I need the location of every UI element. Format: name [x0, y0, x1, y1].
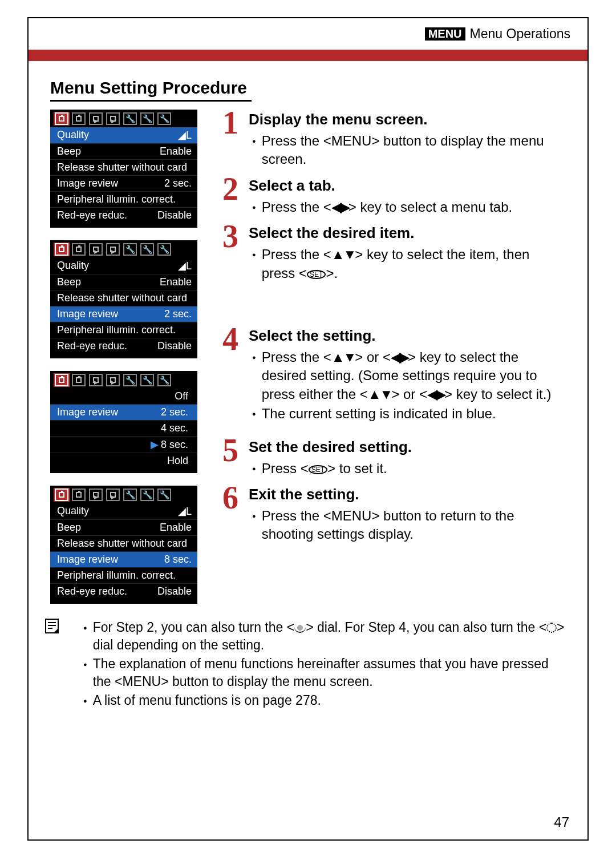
page-number: 47: [554, 814, 569, 830]
lcd-tab-play-1: [88, 243, 104, 256]
lcd-tab-shoot-1: [54, 112, 70, 126]
lcd-row-value: Enable: [160, 276, 192, 288]
lcd-menu-row: Red-eye reduc.Disable: [50, 208, 197, 223]
set-icon: SET: [307, 270, 326, 279]
lcd-tab-setup-3: 🔧: [156, 243, 172, 256]
step-1: 1 Display the menu screen. Press the <ME…: [222, 110, 566, 170]
header-title: MENU Menu Operations: [425, 26, 570, 42]
step-title: Select the desired item.: [249, 224, 566, 242]
lcd-tab-shoot-2: [71, 112, 87, 126]
lcd-row-label: Beep: [57, 146, 81, 158]
lcd-tab-play-1: [88, 373, 104, 387]
main-dial-icon: [294, 624, 306, 633]
lcd-menu-row: Peripheral illumin. correct.: [50, 322, 197, 338]
lcd-menu-row: Image review2 sec.: [50, 176, 197, 192]
step-number: 3: [222, 223, 245, 284]
lcd-tab-shoot-2: [71, 373, 87, 387]
lcd-tab-shoot-2: [71, 488, 87, 502]
lcd-tab-shoot-1: [54, 243, 70, 256]
lcd-tab-setup-2: 🔧: [139, 488, 155, 502]
lcd-option-value: Hold: [167, 455, 188, 467]
lcd-menu-row: BeepEnable: [50, 144, 197, 160]
lcd-tab-shoot-2: [71, 243, 87, 256]
section-title-box: Menu Setting Procedure: [50, 77, 252, 102]
lcd-tab-setup-1: 🔧: [122, 373, 138, 387]
step-bullet: Press the <◀▶> key to select a menu tab.: [252, 198, 566, 216]
lcd-tab-setup-2: 🔧: [139, 373, 155, 387]
lcd-tab-setup-1: 🔧: [122, 488, 138, 502]
left-right-icon: ◀▶: [331, 199, 348, 215]
lcd-tab-setup-3: 🔧: [156, 112, 172, 126]
lcd-row-value: 2 sec.: [164, 177, 192, 189]
left-right-icon: ◀▶: [427, 386, 444, 402]
lcd-menu-row: Release shutter without card: [50, 290, 197, 306]
lcd-row-value: Enable: [160, 522, 192, 534]
step-bullet: Press the <MENU> button to return to the…: [252, 507, 566, 544]
up-down-icon: ▲▼: [368, 386, 392, 402]
step-2: 2 Select a tab. Press the <◀▶> key to se…: [222, 176, 566, 217]
svg-marker-4: [54, 628, 58, 633]
lcd-tab-setup-3: 🔧: [156, 488, 172, 502]
lcd-row-label: Image review: [57, 406, 161, 418]
lcd-tab-setup-1: 🔧: [122, 243, 138, 256]
lcd-menu-row: BeepEnable: [50, 520, 197, 536]
lcd-option-value: 4 sec.: [161, 422, 188, 434]
lcd-option-value: Off: [175, 390, 188, 402]
lcd-row-label: Release shutter without card: [57, 538, 187, 550]
lcd-row-label: Release shutter without card: [57, 162, 187, 173]
lcd-row-value: 8 sec.: [164, 554, 192, 566]
lcd-screenshot-2: 🔧 🔧 🔧 Quality◢LBeepEnableRelease shutter…: [50, 240, 197, 358]
left-right-icon: ◀▶: [391, 349, 408, 365]
step-3: 3 Select the desired item. Press the <▲▼…: [222, 223, 566, 284]
footnote: The explanation of menu functions herein…: [83, 655, 566, 691]
lcd-menu-row: Release shutter without card: [50, 536, 197, 552]
step-bullet: Press the <▲▼> key to select the item, t…: [252, 245, 566, 282]
lcd-tab-play-2: [105, 243, 121, 256]
lcd-option-row: Off: [50, 389, 197, 405]
lcd-option-value: ▶8 sec.: [151, 438, 188, 451]
manual-page: MENU Menu Operations Menu Setting Proced…: [27, 17, 589, 841]
lcd-option-value: 2 sec.: [161, 406, 188, 418]
lcd-screenshot-1: 🔧 🔧 🔧 Quality◢LBeepEnableRelease shutter…: [50, 110, 197, 228]
lcd-tab-setup-2: 🔧: [139, 243, 155, 256]
lcd-menu-row: Red-eye reduc.Disable: [50, 338, 197, 354]
section-title: Menu Setting Procedure: [50, 78, 247, 98]
lcd-menu-row: Peripheral illumin. correct.: [50, 192, 197, 208]
step-4: 4 Select the setting. Press the <▲▼> or …: [222, 326, 566, 425]
red-band: [29, 50, 587, 61]
lcd-option-row: 4 sec.: [50, 421, 197, 437]
lcd-row-label: Beep: [57, 276, 81, 288]
page-header: MENU Menu Operations: [29, 18, 587, 47]
lcd-row-label: Quality: [57, 505, 89, 518]
lcd-row-label: Quality: [57, 260, 89, 272]
lcd-tab-shoot-1: [54, 373, 70, 387]
step-title: Set the desired setting.: [249, 438, 566, 456]
set-icon: SET: [309, 465, 327, 474]
lcd-row-label: Release shutter without card: [57, 292, 187, 304]
selected-arrow-icon: ▶: [151, 439, 159, 450]
lcd-menu-row: Image review2 sec.: [50, 306, 197, 322]
lcd-option-row: ▶8 sec.: [50, 437, 197, 453]
menu-button-label: MENU: [122, 674, 161, 689]
lcd-menu-row: Image review8 sec.: [50, 552, 197, 568]
lcd-row-label: Image review: [57, 177, 118, 189]
lcd-row-label: Beep: [57, 522, 81, 534]
step-title: Select the setting.: [249, 327, 566, 345]
step-bullet: The current setting is indicated in blue…: [252, 405, 566, 423]
step-bullet: Press the <▲▼> or <◀▶> key to select the…: [252, 348, 566, 403]
lcd-screenshot-3: 🔧 🔧 🔧 OffImage review2 sec.4 sec.▶8 sec.…: [50, 371, 197, 473]
lcd-tab-play-1: [88, 112, 104, 126]
lcd-option-row: Image review2 sec.: [50, 405, 197, 421]
lcd-tab-setup-3: 🔧: [156, 373, 172, 387]
lcd-row-label: Quality: [57, 129, 89, 142]
lcd-row-label: Peripheral illumin. correct.: [57, 324, 176, 336]
lcd-menu-row: Quality◢L: [50, 503, 197, 520]
lcd-tab-shoot-1: [54, 488, 70, 502]
lcd-row-value: Disable: [157, 586, 192, 597]
lcd-tab-play-2: [105, 373, 121, 387]
lcd-row-label: Peripheral illumin. correct.: [57, 193, 176, 205]
lcd-row-value: 2 sec.: [164, 308, 192, 320]
footnote: For Step 2, you can also turn the <> dia…: [83, 619, 566, 654]
lcd-tab-setup-2: 🔧: [139, 112, 155, 126]
step-title: Display the menu screen.: [249, 111, 566, 128]
